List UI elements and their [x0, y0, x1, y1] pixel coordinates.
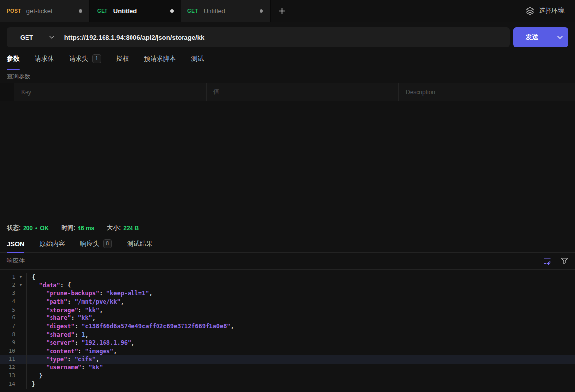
token-p: : [75, 340, 81, 346]
plus-icon [278, 7, 286, 15]
line-number: 11 [0, 355, 15, 364]
request-tab-2[interactable]: GETUntitled [181, 0, 271, 22]
code-text: "digest": "c138f66d6a574e49caff02c69e371… [27, 322, 234, 331]
collapse-caret-icon[interactable]: ▾ [15, 281, 26, 289]
code-line[interactable]: 9 "server": "192.168.1.96", [0, 339, 575, 347]
new-tab-button[interactable] [271, 0, 292, 22]
param-input-value[interactable]: 值 [206, 83, 398, 101]
token-p: : [99, 290, 106, 297]
request-section-tab-2[interactable]: 请求头1 [69, 48, 101, 70]
code-line-highlighted[interactable]: 11 "type": "cifs", [0, 355, 575, 364]
request-section-tab-3[interactable]: 授权 [116, 48, 129, 70]
time-label: 时间: [61, 224, 75, 232]
wrap-text-button[interactable] [543, 257, 551, 265]
token-p: , [149, 290, 152, 297]
response-json-viewer[interactable]: 1▾{2▾ "data": {3 "prune-backups": "keep-… [0, 270, 575, 392]
token-p [32, 364, 46, 371]
token-p: : [78, 348, 85, 355]
collapse-caret-icon[interactable]: ▾ [15, 273, 26, 282]
request-section-tab-4[interactable]: 预请求脚本 [144, 48, 176, 70]
token-k: "server" [46, 340, 75, 346]
code-gutter: 3 [0, 289, 27, 298]
line-number: 1 [0, 273, 15, 282]
send-options-button[interactable] [551, 27, 568, 47]
token-s: "keep-all=1" [106, 290, 149, 297]
token-p: , [131, 340, 134, 346]
filter-button[interactable] [561, 257, 568, 264]
token-p [32, 323, 46, 330]
token-p [32, 290, 46, 297]
code-gutter: 9 [0, 339, 27, 347]
token-s: "/mnt/pve/kk" [75, 298, 121, 305]
token-k: "path" [46, 298, 67, 305]
token-k: "data" [39, 282, 60, 288]
line-number: 14 [0, 380, 15, 389]
token-k: "type" [46, 356, 67, 363]
status-code: 200 [23, 225, 33, 232]
code-line[interactable]: 13 } [0, 372, 575, 380]
token-p: : [71, 314, 78, 321]
request-section-tab-1[interactable]: 请求体 [35, 48, 54, 70]
token-p [32, 314, 46, 321]
token-p [32, 282, 39, 288]
status-text: OK [40, 225, 49, 232]
unsaved-dot-icon [170, 9, 174, 13]
token-p [32, 331, 46, 338]
code-line[interactable]: 7 "digest": "c138f66d6a574e49caff02c69e3… [0, 322, 575, 331]
code-gutter: 10 [0, 347, 27, 356]
environment-selector[interactable]: 选择环境 [515, 0, 575, 22]
request-section-tab-5[interactable]: 测试 [191, 48, 204, 70]
environment-selector-label: 选择环境 [539, 6, 564, 15]
token-p: : [75, 323, 81, 330]
code-line[interactable]: 6 "share": "kk", [0, 314, 575, 322]
code-text: "type": "cifs", [27, 355, 99, 364]
code-line[interactable]: 14} [0, 380, 575, 389]
status-label: 状态: [7, 224, 21, 232]
response-section-tab-1[interactable]: 原始内容 [39, 236, 65, 252]
code-line[interactable]: 5 "storage": "kk", [0, 306, 575, 314]
param-input-key[interactable]: Key [14, 83, 206, 101]
status-bullet: • [35, 225, 37, 232]
request-section-tab-0[interactable]: 参数 [7, 48, 20, 70]
param-input-description[interactable]: Description [398, 83, 575, 101]
tab-label: 参数 [7, 54, 20, 63]
line-number: 10 [0, 347, 15, 356]
code-line[interactable]: 12 "username": "kk" [0, 364, 575, 372]
token-p [32, 298, 46, 305]
unsaved-dot-icon [260, 9, 263, 13]
code-gutter: 8 [0, 331, 27, 339]
url-input[interactable]: https://192.168.1.94:8006/api2/json/stor… [64, 34, 205, 41]
request-tab-1[interactable]: GETUntitled [90, 0, 181, 22]
token-p [32, 340, 46, 346]
response-section-tab-3[interactable]: 测试结果 [127, 236, 153, 252]
response-section-tab-2[interactable]: 响应头8 [80, 236, 112, 252]
request-bar: GET https://192.168.1.94:8006/api2/json/… [0, 22, 575, 47]
tab-label: 测试结果 [127, 239, 153, 248]
code-text: { [27, 273, 35, 282]
code-line[interactable]: 10 "content": "images", [0, 347, 575, 356]
query-params-label: 查询参数 [0, 70, 575, 83]
token-p: , [85, 331, 88, 338]
code-gutter: 2▾ [0, 281, 27, 289]
filter-icon [561, 257, 568, 264]
code-gutter: 1▾ [0, 273, 27, 282]
request-tab-0[interactable]: POSTget-ticket [0, 0, 90, 22]
code-line[interactable]: 4 "path": "/mnt/pve/kk", [0, 298, 575, 306]
token-p [32, 348, 46, 355]
tab-label: 原始内容 [39, 239, 65, 248]
code-line[interactable]: 3 "prune-backups": "keep-all=1", [0, 289, 575, 298]
code-line[interactable]: 2▾ "data": { [0, 281, 575, 289]
token-p: , [121, 298, 124, 305]
tab-title: Untitled [204, 7, 225, 15]
token-k: "storage" [46, 307, 78, 314]
send-button[interactable]: 发送 [513, 27, 568, 47]
response-section-tab-0[interactable]: JSON [7, 236, 24, 252]
token-k: "prune-backups" [46, 290, 99, 297]
code-line[interactable]: 1▾{ [0, 273, 575, 282]
size-group: 大小: 224 B [107, 224, 139, 232]
code-line[interactable]: 8 "shared": 1, [0, 331, 575, 339]
token-p: , [99, 307, 103, 314]
tab-title: Untitled [113, 7, 137, 15]
code-gutter: 6 [0, 314, 27, 322]
method-selector[interactable]: GET [7, 34, 64, 41]
